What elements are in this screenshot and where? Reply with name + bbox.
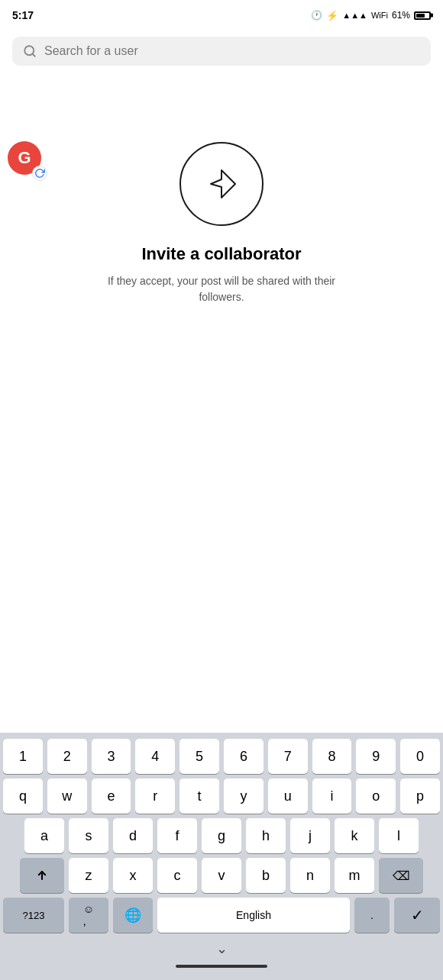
wifi-icon: WiFi xyxy=(371,11,388,20)
spacebar-key[interactable]: English xyxy=(157,898,350,933)
key-c[interactable]: c xyxy=(157,858,197,893)
key-z[interactable]: z xyxy=(69,858,108,893)
key-m[interactable]: m xyxy=(335,858,374,893)
paper-plane-icon-circle xyxy=(179,142,264,226)
key-l[interactable]: l xyxy=(379,818,419,853)
key-i[interactable]: i xyxy=(312,779,352,814)
key-j[interactable]: j xyxy=(290,818,330,853)
svg-line-1 xyxy=(32,53,34,56)
home-indicator xyxy=(176,965,267,968)
bluetooth-icon: ⚡ xyxy=(326,10,338,21)
avatar-container: G xyxy=(8,141,47,181)
invite-title: Invite a collaborator xyxy=(141,244,301,264)
key-f[interactable]: f xyxy=(157,818,197,853)
key-b[interactable]: b xyxy=(246,858,286,893)
status-icons: 🕐 ⚡ ▲▲▲ WiFi 61% xyxy=(311,10,431,21)
shift-key[interactable] xyxy=(20,858,64,893)
key-2[interactable]: 2 xyxy=(47,739,87,774)
key-7[interactable]: 7 xyxy=(268,739,308,774)
key-e[interactable]: e xyxy=(92,779,131,814)
key-3[interactable]: 3 xyxy=(92,739,131,774)
svg-marker-2 xyxy=(211,170,235,198)
key-0[interactable]: 0 xyxy=(400,739,440,774)
status-bar: 5:17 🕐 ⚡ ▲▲▲ WiFi 61% xyxy=(0,0,443,31)
keyboard-row-numbers: 1 2 3 4 5 6 7 8 9 0 xyxy=(3,739,440,774)
numbers-switch-key[interactable]: ?123 xyxy=(3,898,64,933)
refresh-badge xyxy=(32,166,47,181)
delete-key[interactable]: ⌫ xyxy=(379,858,423,893)
battery-percent: 61% xyxy=(392,10,410,21)
key-o[interactable]: o xyxy=(356,779,396,814)
key-q[interactable]: q xyxy=(3,779,43,814)
key-k[interactable]: k xyxy=(335,818,374,853)
signal-icon: ▲▲▲ xyxy=(342,11,367,20)
battery-icon xyxy=(414,11,431,20)
keyboard: 1 2 3 4 5 6 7 8 9 0 q w e r t y u i o p … xyxy=(0,733,443,980)
status-time: 5:17 xyxy=(12,9,34,21)
search-bar[interactable] xyxy=(12,37,431,66)
bottom-bar xyxy=(3,959,440,977)
confirm-key[interactable]: ✓ xyxy=(394,898,440,933)
key-5[interactable]: 5 xyxy=(179,739,219,774)
key-6[interactable]: 6 xyxy=(224,739,264,774)
key-r[interactable]: r xyxy=(135,779,175,814)
invite-subtitle: If they accept, your post will be shared… xyxy=(107,273,336,305)
key-x[interactable]: x xyxy=(113,858,153,893)
key-s[interactable]: s xyxy=(69,818,108,853)
key-n[interactable]: n xyxy=(290,858,330,893)
key-9[interactable]: 9 xyxy=(356,739,396,774)
key-h[interactable]: h xyxy=(246,818,286,853)
key-u[interactable]: u xyxy=(268,779,308,814)
period-key[interactable]: . xyxy=(354,898,390,933)
key-1[interactable]: 1 xyxy=(3,739,43,774)
paper-plane-svg xyxy=(202,164,241,204)
keyboard-row-1: q w e r t y u i o p xyxy=(3,779,440,814)
keyboard-row-2: a s d f g h j k l xyxy=(3,818,440,853)
main-content: Invite a collaborator If they accept, yo… xyxy=(0,111,443,321)
keyboard-row-3: z x c v b n m ⌫ xyxy=(3,858,440,893)
globe-key[interactable]: 🌐 xyxy=(113,898,153,933)
key-8[interactable]: 8 xyxy=(312,739,352,774)
search-icon xyxy=(23,44,37,58)
keyboard-hide-button[interactable]: ⌄ xyxy=(3,937,440,959)
key-y[interactable]: y xyxy=(224,779,264,814)
alarm-icon: 🕐 xyxy=(311,10,322,21)
key-v[interactable]: v xyxy=(202,858,241,893)
search-input[interactable] xyxy=(44,44,420,58)
keyboard-row-bottom: ?123 ☺, 🌐 English . ✓ xyxy=(3,898,440,933)
key-g[interactable]: g xyxy=(202,818,241,853)
emoji-key[interactable]: ☺, xyxy=(69,898,108,933)
key-p[interactable]: p xyxy=(400,779,440,814)
key-w[interactable]: w xyxy=(47,779,87,814)
key-a[interactable]: a xyxy=(24,818,64,853)
key-d[interactable]: d xyxy=(113,818,153,853)
key-4[interactable]: 4 xyxy=(135,739,175,774)
key-t[interactable]: t xyxy=(179,779,219,814)
